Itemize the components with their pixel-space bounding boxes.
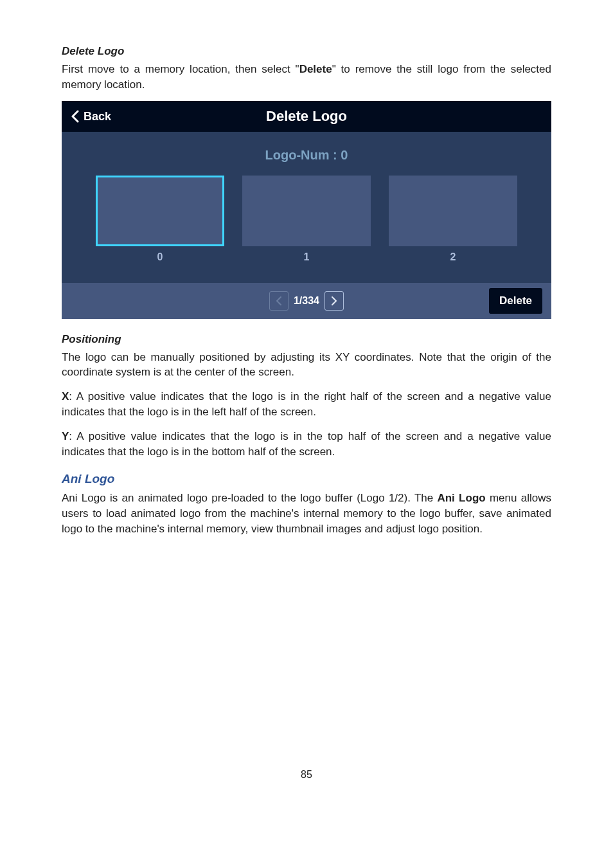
logo-slot-2[interactable]: 2 — [389, 176, 517, 264]
chevron-left-icon — [275, 296, 283, 306]
device-title: Delete Logo — [266, 107, 347, 127]
device-body: Logo-Num : 0 0 1 2 — [62, 132, 551, 282]
back-label: Back — [84, 109, 111, 125]
label-y: Y — [62, 430, 69, 442]
pager-next-button[interactable] — [324, 291, 344, 311]
device-titlebar: Back Delete Logo — [62, 101, 551, 132]
chevron-right-icon — [330, 296, 338, 306]
label-x: X — [62, 390, 69, 402]
text-fragment: First move to a memory location, then se… — [62, 63, 299, 75]
logo-slot-label: 2 — [389, 250, 517, 264]
device-screen-delete-logo: Back Delete Logo Logo-Num : 0 0 1 2 1/ — [62, 101, 551, 318]
logo-slot-box — [389, 176, 517, 246]
heading-ani-logo: Ani Logo — [62, 471, 551, 488]
heading-positioning: Positioning — [62, 332, 551, 347]
logo-slot-label: 0 — [96, 250, 224, 264]
text-fragment: Ani Logo is an animated logo pre-loaded … — [62, 492, 437, 504]
paragraph-positioning-intro: The logo can be manually positioned by a… — [62, 350, 551, 381]
paragraph-x: X: A positive value indicates that the l… — [62, 389, 551, 420]
logo-slot-box — [242, 176, 371, 246]
heading-delete-logo: Delete Logo — [62, 44, 551, 59]
text-fragment: : A positive value indicates that the lo… — [62, 430, 551, 458]
text-fragment: : A positive value indicates that the lo… — [62, 390, 551, 418]
logo-slot-1[interactable]: 1 — [242, 176, 371, 264]
pager-indicator: 1/334 — [292, 294, 321, 308]
pager-prev-button[interactable] — [269, 291, 289, 311]
logo-slot-0[interactable]: 0 — [96, 176, 224, 264]
logo-slot-label: 1 — [242, 250, 371, 264]
logo-num-label: Logo-Num : 0 — [62, 146, 551, 164]
chevron-left-icon — [71, 110, 80, 123]
bold-ani-logo: Ani Logo — [437, 492, 485, 504]
device-footer: 1/334 Delete — [62, 283, 551, 319]
logo-slot-box — [96, 176, 224, 246]
paragraph-delete-logo: First move to a memory location, then se… — [62, 62, 551, 93]
bold-delete: Delete — [299, 63, 332, 75]
back-button[interactable]: Back — [71, 109, 111, 125]
pager: 1/334 — [269, 291, 344, 311]
paragraph-ani-logo: Ani Logo is an animated logo pre-loaded … — [62, 491, 551, 536]
delete-button[interactable]: Delete — [489, 288, 542, 314]
page-number: 85 — [62, 768, 551, 782]
slot-row: 0 1 2 — [62, 176, 551, 264]
paragraph-y: Y: A positive value indicates that the l… — [62, 429, 551, 460]
